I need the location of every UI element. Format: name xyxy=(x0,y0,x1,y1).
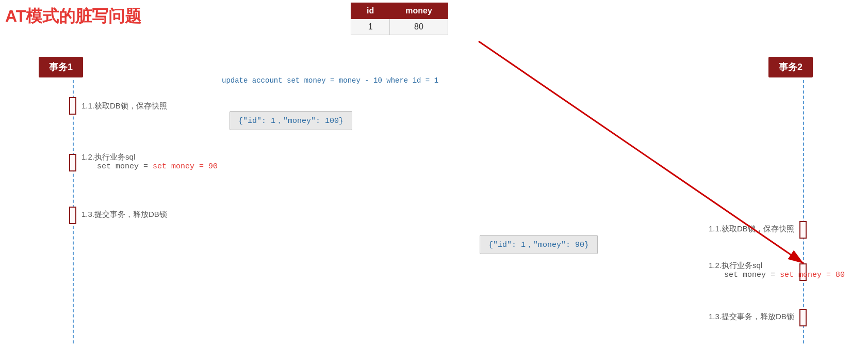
tx1-rect-3 xyxy=(69,207,76,224)
cell-money: 80 xyxy=(390,19,448,35)
db-table: id money 1 80 xyxy=(351,3,448,35)
sql-update-text: update account set money = money - 10 wh… xyxy=(222,76,438,85)
tx2-rect-1 xyxy=(799,221,807,239)
tx1-rect-1 xyxy=(69,97,76,115)
col-id: id xyxy=(351,3,390,19)
tx2-step3-label: 1.3.提交事务，释放DB锁 xyxy=(709,312,794,322)
tx2-box: 事务2 xyxy=(768,57,813,77)
snapshot2-box: {"id": 1，"money": 90} xyxy=(480,235,598,254)
tx1-box: 事务1 xyxy=(39,57,83,77)
tx1-step1-label: 1.1.获取DB锁，保存快照 xyxy=(81,101,167,111)
table-row: 1 80 xyxy=(351,19,448,35)
tx1-step2-label: 1.2.执行业务sql set money = set money = 90 xyxy=(81,152,218,171)
tx2-step2-label: 1.2.执行业务sql set money = set money = 80 xyxy=(709,261,845,279)
tx2-step1-label: 1.1.获取DB锁，保存快照 xyxy=(709,224,794,234)
tx2-timeline xyxy=(803,80,804,343)
col-money: money xyxy=(390,3,448,19)
tx2-rect-3 xyxy=(799,309,807,326)
page-title: AT模式的脏写问题 xyxy=(5,5,141,28)
arrows-svg xyxy=(0,0,868,345)
tx1-rect-2 xyxy=(69,154,76,171)
snapshot1-box: {"id": 1，"money": 100} xyxy=(230,111,352,130)
tx1-step3-label: 1.3.提交事务，释放DB锁 xyxy=(81,210,167,219)
cell-id: 1 xyxy=(351,19,390,35)
